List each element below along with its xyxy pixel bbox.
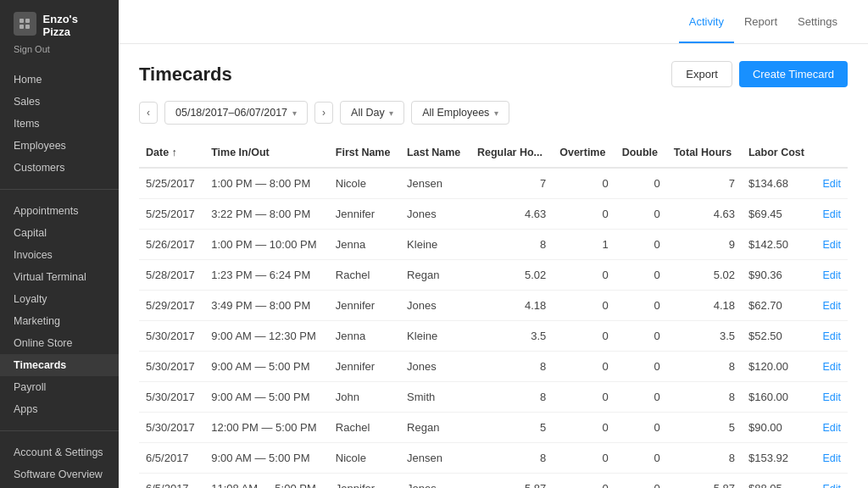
cell-double: 0 bbox=[615, 168, 667, 199]
date-range-caret: ▾ bbox=[292, 108, 297, 118]
sidebar-item-invoices[interactable]: Invoices bbox=[0, 244, 119, 266]
cell-double: 0 bbox=[615, 352, 667, 382]
sidebar-item-timecards[interactable]: Timecards bbox=[0, 354, 119, 376]
edit-link[interactable]: Edit bbox=[815, 443, 848, 474]
cell-last-name: Kleine bbox=[400, 321, 470, 352]
col-labor-cost: Labor Cost bbox=[742, 138, 815, 168]
cell-regular: 4.63 bbox=[470, 199, 553, 230]
cell-date: 5/25/2017 bbox=[139, 168, 204, 199]
cell-regular: 8 bbox=[470, 352, 553, 382]
page-header: Timecards Export Create Timecard bbox=[139, 61, 848, 87]
cell-date: 5/30/2017 bbox=[139, 413, 204, 443]
tab-report[interactable]: Report bbox=[734, 2, 787, 43]
edit-link[interactable]: Edit bbox=[815, 260, 848, 291]
tab-activity[interactable]: Activity bbox=[679, 2, 734, 43]
cell-overtime: 0 bbox=[553, 474, 615, 489]
cell-labor: $90.36 bbox=[742, 260, 815, 291]
cell-time: 9:00 AM — 12:30 PM bbox=[204, 321, 329, 352]
edit-link[interactable]: Edit bbox=[815, 321, 848, 352]
employee-filter-button[interactable]: All Employees ▾ bbox=[411, 101, 509, 125]
cell-first-name: Jennifer bbox=[329, 199, 400, 230]
sidebar-item-loyalty[interactable]: Loyalty bbox=[0, 288, 119, 310]
tab-settings[interactable]: Settings bbox=[787, 2, 848, 43]
edit-link[interactable]: Edit bbox=[815, 230, 848, 260]
sidebar-item-home[interactable]: Home bbox=[0, 69, 119, 91]
cell-time: 12:00 PM — 5:00 PM bbox=[204, 413, 329, 443]
edit-link[interactable]: Edit bbox=[815, 291, 848, 321]
sign-out-link[interactable]: Sign Out bbox=[14, 44, 50, 54]
sidebar-item-apps[interactable]: Apps bbox=[0, 398, 119, 420]
cell-total: 9 bbox=[667, 230, 742, 260]
cell-time: 1:00 PM — 10:00 PM bbox=[204, 230, 329, 260]
cell-time: 3:22 PM — 8:00 PM bbox=[204, 199, 329, 230]
sidebar-item-software-overview[interactable]: Software Overview bbox=[0, 463, 119, 485]
cell-double: 0 bbox=[615, 260, 667, 291]
cell-labor: $160.00 bbox=[742, 382, 815, 413]
edit-link[interactable]: Edit bbox=[815, 413, 848, 443]
edit-link[interactable]: Edit bbox=[815, 352, 848, 382]
date-next-button[interactable]: › bbox=[314, 102, 333, 124]
create-timecard-button[interactable]: Create Timecard bbox=[739, 61, 848, 87]
svg-rect-1 bbox=[19, 19, 24, 23]
col-time: Time In/Out bbox=[204, 138, 329, 168]
cell-regular: 7 bbox=[470, 168, 553, 199]
cell-total: 8 bbox=[667, 352, 742, 382]
cell-double: 0 bbox=[615, 382, 667, 413]
edit-link[interactable]: Edit bbox=[815, 199, 848, 230]
col-first-name: First Name bbox=[329, 138, 400, 168]
sidebar-item-online-store[interactable]: Online Store bbox=[0, 332, 119, 354]
sidebar-item-virtual-terminal[interactable]: Virtual Terminal bbox=[0, 266, 119, 288]
edit-link[interactable]: Edit bbox=[815, 382, 848, 413]
cell-labor: $52.50 bbox=[742, 321, 815, 352]
cell-date: 6/5/2017 bbox=[139, 443, 204, 474]
cell-date: 5/30/2017 bbox=[139, 321, 204, 352]
col-regular-hours: Regular Ho... bbox=[470, 138, 553, 168]
col-double: Double bbox=[615, 138, 667, 168]
cell-date: 5/25/2017 bbox=[139, 199, 204, 230]
secondary-nav: Appointments Capital Invoices Virtual Te… bbox=[0, 193, 119, 427]
cell-labor: $120.00 bbox=[742, 352, 815, 382]
table-row: 5/30/2017 12:00 PM — 5:00 PM Rachel Rega… bbox=[139, 413, 848, 443]
sidebar-item-employees[interactable]: Employees bbox=[0, 135, 119, 157]
cell-double: 0 bbox=[615, 474, 667, 489]
sidebar-item-customers[interactable]: Customers bbox=[0, 157, 119, 179]
cell-double: 0 bbox=[615, 321, 667, 352]
date-prev-button[interactable]: ‹ bbox=[139, 102, 158, 124]
cell-date: 5/29/2017 bbox=[139, 291, 204, 321]
date-range-button[interactable]: 05/18/2017–06/07/2017 ▾ bbox=[164, 101, 308, 125]
edit-link[interactable]: Edit bbox=[815, 168, 848, 199]
brand-name: Enzo's Pizza bbox=[43, 13, 105, 38]
edit-link[interactable]: Edit bbox=[815, 474, 848, 489]
sidebar-item-payroll[interactable]: Payroll bbox=[0, 376, 119, 398]
cell-time: 11:08 AM — 5:00 PM bbox=[204, 474, 329, 489]
cell-first-name: Nicole bbox=[329, 168, 400, 199]
col-date[interactable]: Date ↑ bbox=[139, 138, 204, 168]
table-row: 6/5/2017 9:00 AM — 5:00 PM Nicole Jensen… bbox=[139, 443, 848, 474]
cell-double: 0 bbox=[615, 291, 667, 321]
sidebar-item-account-settings[interactable]: Account & Settings bbox=[0, 441, 119, 463]
cell-last-name: Jones bbox=[400, 199, 470, 230]
table-row: 5/30/2017 9:00 AM — 12:30 PM Jenna Klein… bbox=[139, 321, 848, 352]
cell-regular: 5.02 bbox=[470, 260, 553, 291]
cell-date: 6/5/2017 bbox=[139, 474, 204, 489]
sidebar: Enzo's Pizza Sign Out Home Sales Items E… bbox=[0, 0, 119, 488]
sidebar-item-appointments[interactable]: Appointments bbox=[0, 200, 119, 222]
cell-labor: $153.92 bbox=[742, 443, 815, 474]
table-row: 5/25/2017 3:22 PM — 8:00 PM Jennifer Jon… bbox=[139, 199, 848, 230]
sidebar-item-items[interactable]: Items bbox=[0, 113, 119, 135]
sidebar-item-capital[interactable]: Capital bbox=[0, 222, 119, 244]
table-row: 5/30/2017 9:00 AM — 5:00 PM John Smith 8… bbox=[139, 382, 848, 413]
cell-first-name: Jenna bbox=[329, 230, 400, 260]
sidebar-item-marketing[interactable]: Marketing bbox=[0, 310, 119, 332]
brand-logo bbox=[14, 12, 36, 36]
table-row: 6/5/2017 11:08 AM — 5:00 PM Jennifer Jon… bbox=[139, 474, 848, 489]
cell-total: 4.18 bbox=[667, 291, 742, 321]
table-row: 5/29/2017 3:49 PM — 8:00 PM Jennifer Jon… bbox=[139, 291, 848, 321]
sidebar-item-sales[interactable]: Sales bbox=[0, 91, 119, 113]
main-nav: Home Sales Items Employees Customers bbox=[0, 62, 119, 186]
time-filter-button[interactable]: All Day ▾ bbox=[340, 101, 404, 125]
cell-overtime: 0 bbox=[553, 260, 615, 291]
cell-total: 8 bbox=[667, 382, 742, 413]
cell-regular: 5.87 bbox=[470, 474, 553, 489]
export-button[interactable]: Export bbox=[671, 61, 732, 87]
